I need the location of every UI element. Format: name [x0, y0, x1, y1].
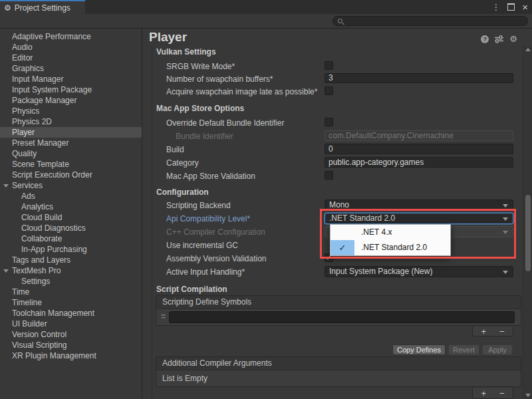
setting-label: Use incremental GC [166, 241, 238, 250]
sidebar-item-audio[interactable]: Audio [0, 42, 142, 53]
sidebar-item-time[interactable]: Time [0, 287, 142, 297]
acquire-swapchain-checkbox[interactable] [325, 86, 333, 95]
sidebar-item-label: UI Builder [12, 319, 47, 329]
sidebar-item-collaborate[interactable]: Collaborate [0, 233, 142, 244]
sidebar-item-settings[interactable]: Settings [0, 276, 142, 287]
sidebar-item-label: Quality [12, 149, 37, 158]
sidebar-item-timeline[interactable]: Timeline [0, 297, 142, 308]
sidebar-item-analytics[interactable]: Analytics [0, 201, 142, 212]
search-box[interactable] [332, 16, 528, 26]
sidebar-item-adaptive-performance[interactable]: Adaptive Performance [0, 31, 142, 42]
gear-icon[interactable]: ⚙ [509, 35, 517, 43]
scripting-backend-dropdown[interactable]: Mono [325, 200, 513, 211]
sidebar-item-input-system-package[interactable]: Input System Package [0, 84, 142, 95]
api-compatibility-dropdown[interactable]: .NET Standard 2.0 [325, 213, 513, 224]
close-icon[interactable]: × [522, 2, 528, 12]
srgb-write-mode-checkbox[interactable] [325, 61, 333, 70]
revert-button[interactable]: Revert [448, 344, 479, 355]
swapchain-buffers-field[interactable]: 3 [325, 73, 513, 83]
sidebar-item-physics[interactable]: Physics [0, 106, 142, 116]
section-title: Script Compilation [152, 284, 513, 295]
gear-icon: ⚙ [4, 4, 11, 12]
sidebar-item-label: Input System Package [12, 85, 92, 94]
add-button[interactable]: + [481, 327, 486, 336]
sidebar-item-label: Editor [12, 53, 33, 63]
remove-button[interactable]: − [499, 327, 505, 336]
presets-icon[interactable] [495, 35, 503, 43]
kebab-menu-icon[interactable]: ⋮ [491, 3, 500, 11]
sidebar-item-xr-plugin-management[interactable]: XR Plugin Management [0, 350, 142, 361]
check-icon: ✓ [331, 240, 354, 255]
remove-button[interactable]: − [499, 389, 505, 398]
sidebar-item-input-manager[interactable]: Input Manager [0, 74, 142, 84]
setting-row-acquire-swapchain: Acquire swapchain image late as possible… [152, 86, 513, 98]
define-symbol-input[interactable] [169, 311, 515, 323]
copy-defines-button[interactable]: Copy Defines [392, 344, 446, 355]
sidebar-item-label: Cloud Build [21, 213, 62, 222]
setting-row-swapchain-buffers: Number of swapchain buffers* 3 [152, 73, 513, 86]
sidebar-item-quality[interactable]: Quality [0, 148, 142, 159]
sidebar-item-tags-and-layers[interactable]: Tags and Layers [0, 255, 142, 265]
sidebar-item-label: Analytics [21, 202, 53, 211]
section-vulkan-settings: Vulkan Settings SRGB Write Mode* Number … [152, 47, 513, 98]
sidebar-item-package-manager[interactable]: Package Manager [0, 95, 142, 106]
sidebar-item-scene-template[interactable]: Scene Template [0, 159, 142, 170]
sidebar-item-label: TextMesh Pro [12, 266, 61, 275]
sidebar-item-ads[interactable]: Ads [0, 191, 142, 201]
define-symbol-row: = [156, 309, 521, 326]
sidebar-item-label: Input Manager [12, 74, 63, 84]
foldout-arrow-icon[interactable] [3, 184, 9, 188]
sidebar-item-visual-scripting[interactable]: Visual Scripting [0, 340, 142, 350]
popup-option-net4x[interactable]: .NET 4.x [331, 225, 450, 240]
scroll-down-icon[interactable] [525, 394, 531, 397]
active-input-dropdown[interactable]: Input System Package (New) [325, 266, 513, 277]
sidebar-item-player[interactable]: Player [0, 127, 142, 138]
sidebar-item-cloud-diagnostics[interactable]: Cloud Diagnostics [0, 223, 142, 233]
maximize-icon[interactable] [507, 3, 515, 11]
sidebar-item-label: XR Plugin Management [12, 351, 96, 360]
setting-row-scripting-backend: Scripting Backend Mono [152, 200, 513, 213]
setting-row-mac-validation: Mac App Store Validation [152, 170, 513, 184]
sidebar-item-services[interactable]: Services [0, 180, 142, 191]
sidebar-item-toolchain-management[interactable]: Toolchain Management [0, 308, 142, 319]
add-button[interactable]: + [481, 389, 486, 398]
setting-row-override-bundle: Override Default Bundle Identifier [152, 117, 513, 130]
search-input[interactable] [346, 17, 516, 25]
sidebar-item-editor[interactable]: Editor [0, 53, 142, 63]
sidebar-item-textmesh-pro[interactable]: TextMesh Pro [0, 265, 142, 276]
popup-option-label: .NET 4.x [361, 227, 392, 237]
define-symbols-list-footer: + − [472, 326, 513, 336]
additional-compiler-arguments-box: Additional Compiler Arguments List is Em… [156, 356, 521, 387]
apply-button[interactable]: Apply [482, 344, 513, 355]
drag-handle-icon[interactable]: = [161, 312, 166, 321]
category-field[interactable]: public.app-category.games [325, 157, 513, 168]
sidebar-item-preset-manager[interactable]: Preset Manager [0, 138, 142, 148]
box-header: Additional Compiler Arguments [156, 357, 521, 370]
sidebar-item-ui-builder[interactable]: UI Builder [0, 319, 142, 329]
section-script-compilation: Script Compilation [152, 284, 513, 295]
settings-category-sidebar: Adaptive PerformanceAudioEditorGraphicsI… [0, 29, 142, 399]
popup-option-netstandard20[interactable]: ✓ .NET Standard 2.0 [331, 240, 450, 255]
help-icon[interactable]: ? [481, 35, 489, 43]
override-bundle-checkbox[interactable] [325, 118, 333, 126]
sidebar-item-label: Package Manager [12, 96, 76, 105]
mac-validation-checkbox[interactable] [325, 171, 333, 180]
foldout-arrow-icon[interactable] [3, 269, 9, 273]
setting-row-active-input: Active Input Handling* Input System Pack… [152, 266, 513, 279]
sidebar-item-in-app-purchasing[interactable]: In-App Purchasing [0, 244, 142, 255]
scroll-up-icon[interactable] [525, 48, 531, 51]
sidebar-item-label: Tags and Layers [12, 255, 70, 265]
tab-project-settings[interactable]: ⚙ Project Settings [0, 0, 85, 14]
section-title: Mac App Store Options [152, 103, 513, 117]
sidebar-item-script-execution-order[interactable]: Script Execution Order [0, 170, 142, 180]
sidebar-item-cloud-build[interactable]: Cloud Build [0, 212, 142, 223]
sidebar-item-graphics[interactable]: Graphics [0, 63, 142, 74]
sidebar-item-physics-2d[interactable]: Physics 2D [0, 116, 142, 127]
scrollbar-thumb[interactable] [525, 195, 531, 271]
box-header: Scripting Define Symbols [156, 296, 521, 309]
build-field[interactable]: 0 [325, 144, 513, 154]
setting-row-build: Build 0 [152, 144, 513, 157]
sidebar-item-version-control[interactable]: Version Control [0, 329, 142, 340]
sidebar-list: Adaptive PerformanceAudioEditorGraphicsI… [0, 31, 142, 361]
vertical-scrollbar[interactable] [523, 45, 532, 399]
